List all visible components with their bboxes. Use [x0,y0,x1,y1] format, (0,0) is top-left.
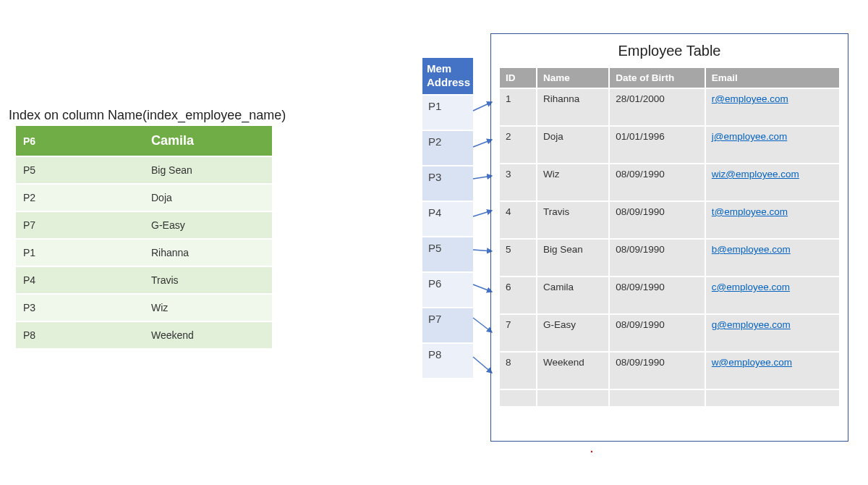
index-row: P4Travis [16,266,272,294]
employee-header-row: ID Name Date of Birth Email [499,67,840,88]
employee-row: 4Travis08/09/1990t@employee.com [499,201,840,239]
email-link[interactable]: t@employee.com [712,206,788,217]
cell-email: r@employee.com [705,88,840,126]
red-marker: . [590,443,593,455]
index-header-name: Camila [144,126,272,156]
svg-line-3 [473,211,492,216]
cell-dob: 08/09/1990 [609,314,705,352]
email-link[interactable]: b@employee.com [712,244,791,255]
employee-row: 7G-Easy08/09/1990g@employee.com [499,314,840,352]
col-email: Email [705,67,840,88]
employee-table-container: Employee Table ID Name Date of Birth Ema… [490,33,848,442]
mem-address-column: P1 P2 P3 P4 P5 P6 P7 P8 [422,96,473,379]
cell-name: G-Easy [537,314,609,352]
index-name: Rihanna [144,239,272,266]
employee-row: 5Big Sean08/09/1990b@employee.com [499,239,840,277]
cell-dob: 08/09/1990 [609,352,705,389]
cell-id: 4 [499,201,537,239]
svg-line-1 [473,140,492,147]
cell-email: wiz@employee.com [705,164,840,201]
cell-name: Travis [537,201,609,239]
mem-cell: P7 [422,308,473,344]
index-table: P6 Camila P5Big Sean P2Doja P7G-Easy P1R… [16,126,272,350]
svg-line-5 [473,284,492,292]
index-name: Weekend [144,321,272,349]
index-name: Travis [144,266,272,294]
mem-cell: P5 [422,237,473,273]
cell-email: t@employee.com [705,201,840,239]
employee-table: ID Name Date of Birth Email 1Rihanna28/0… [498,67,841,408]
index-row: P5Big Sean [16,156,272,184]
index-ptr: P1 [16,239,144,266]
cell-name: Weekend [537,352,609,389]
index-ptr: P7 [16,211,144,239]
email-link[interactable]: wiz@employee.com [712,169,799,180]
mem-cell: P1 [422,96,473,131]
col-id: ID [499,67,537,88]
index-row: P8Weekend [16,321,272,349]
cell-dob: 08/09/1990 [609,164,705,201]
mem-address-header: Mem Address [422,58,473,96]
mem-label-line2: Address [427,76,470,88]
employee-row: 6Camila08/09/1990c@employee.com [499,277,840,314]
svg-line-4 [473,250,492,251]
mem-label-line1: Mem [427,62,451,75]
cell-dob: 08/09/1990 [609,239,705,277]
cell-email: w@employee.com [705,352,840,389]
index-ptr: P3 [16,294,144,321]
svg-line-0 [473,102,492,111]
cell-id: 7 [499,314,537,352]
svg-line-6 [473,318,492,332]
cell-email: j@employee.com [705,126,840,164]
mem-cell: P2 [422,131,473,166]
email-link[interactable]: c@employee.com [712,282,790,292]
cell-dob: 08/09/1990 [609,277,705,314]
employee-empty-row [499,389,840,407]
index-name: G-Easy [144,211,272,239]
mem-cell: P4 [422,202,473,237]
email-link[interactable]: w@employee.com [712,357,792,368]
index-name: Doja [144,184,272,211]
cell-id: 5 [499,239,537,277]
cell-dob: 08/09/1990 [609,201,705,239]
index-row: P7G-Easy [16,211,272,239]
index-name: Wiz [144,294,272,321]
cell-dob: 01/01/1996 [609,126,705,164]
cell-id: 8 [499,352,537,389]
index-ptr: P4 [16,266,144,294]
email-link[interactable]: g@employee.com [712,319,791,330]
index-row: P3Wiz [16,294,272,321]
index-name: Big Sean [144,156,272,184]
index-title: Index on column Name(index_employee_name… [9,108,286,123]
cell-name: Rihanna [537,88,609,126]
cell-email: g@employee.com [705,314,840,352]
index-row: P2Doja [16,184,272,211]
index-header-ptr: P6 [16,126,144,156]
email-link[interactable]: r@employee.com [712,93,788,104]
email-link[interactable]: j@employee.com [712,131,788,142]
cell-email: b@employee.com [705,239,840,277]
mem-cell: P3 [422,166,473,202]
index-ptr: P2 [16,184,144,211]
employee-row: 2Doja01/01/1996j@employee.com [499,126,840,164]
index-header-row: P6 Camila [16,126,272,156]
mem-cell: P6 [422,273,473,308]
cell-id: 1 [499,88,537,126]
cell-email: c@employee.com [705,277,840,314]
cell-name: Wiz [537,164,609,201]
cell-name: Doja [537,126,609,164]
employee-title: Employee Table [498,43,841,59]
cell-name: Big Sean [537,239,609,277]
employee-row: 1Rihanna28/01/2000r@employee.com [499,88,840,126]
index-row: P1Rihanna [16,239,272,266]
employee-row: 3Wiz08/09/1990wiz@employee.com [499,164,840,201]
cell-id: 6 [499,277,537,314]
svg-line-7 [473,357,492,373]
index-ptr: P8 [16,321,144,349]
cell-id: 3 [499,164,537,201]
cell-name: Camila [537,277,609,314]
cell-id: 2 [499,126,537,164]
index-ptr: P5 [16,156,144,184]
col-dob: Date of Birth [609,67,705,88]
col-name: Name [537,67,609,88]
